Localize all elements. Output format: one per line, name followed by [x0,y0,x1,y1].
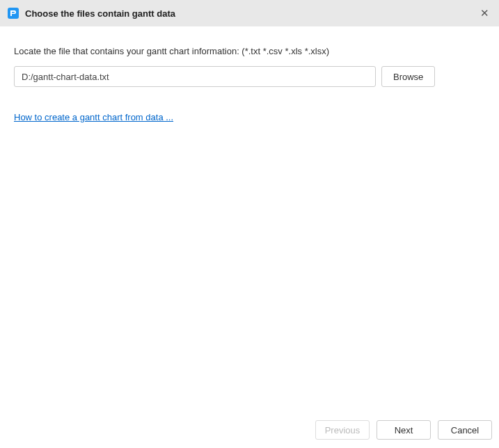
dialog-content: Locate the file that contains your gantt… [0,26,499,413]
app-icon [7,7,19,19]
help-link[interactable]: How to create a gantt chart from data ..… [14,112,173,122]
instruction-text: Locate the file that contains your gantt… [14,46,485,56]
dialog-footer: Previous Next Cancel [0,413,499,448]
close-button[interactable]: ✕ [478,7,491,19]
file-path-input[interactable] [14,66,376,87]
close-icon: ✕ [480,7,489,19]
browse-button[interactable]: Browse [381,66,435,87]
file-row: Browse [14,66,485,87]
cancel-button[interactable]: Cancel [438,420,492,440]
dialog-title: Choose the files contain gantt data [25,8,175,19]
previous-button: Previous [315,420,370,440]
dialog-header: Choose the files contain gantt data ✕ [0,0,499,26]
next-button[interactable]: Next [377,420,431,440]
